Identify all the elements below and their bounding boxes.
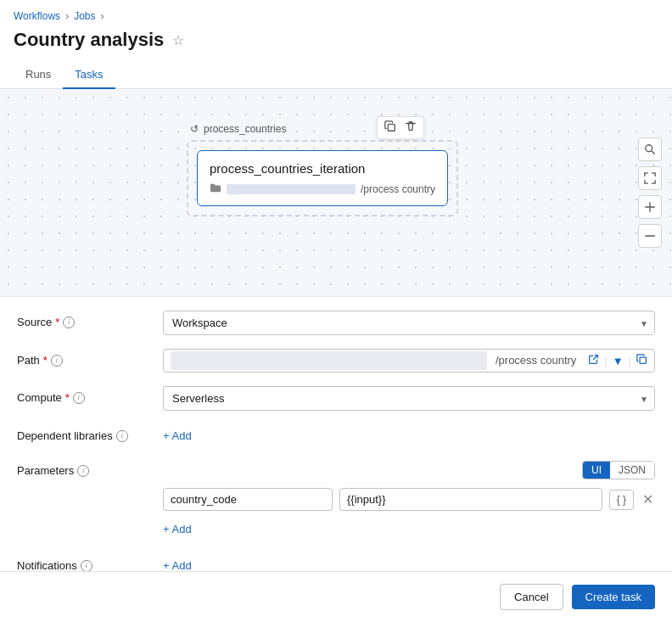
tab-runs[interactable]: Runs — [14, 61, 63, 89]
dep-libs-info-icon[interactable]: i — [116, 430, 128, 442]
path-open-button[interactable] — [585, 352, 602, 369]
zoom-in-button[interactable] — [638, 195, 662, 219]
add-library-button[interactable]: + Add — [163, 424, 192, 447]
compute-label: Compute* i — [17, 386, 153, 404]
task-path-value: /process country — [361, 183, 435, 195]
page-title: Country analysis — [14, 29, 164, 51]
breadcrumb-jobs[interactable]: Jobs — [74, 10, 95, 22]
source-select-wrapper: Workspace ▼ — [163, 311, 655, 335]
footer: Cancel Create task — [0, 571, 672, 622]
compute-row: Compute* i Serverless ▼ — [17, 386, 655, 411]
param-row: { } ✕ — [163, 488, 655, 511]
tab-bar: Runs Tasks — [0, 61, 672, 89]
path-sep: | — [604, 355, 607, 367]
svg-rect-6 — [640, 357, 646, 363]
delete-node-button[interactable] — [401, 119, 420, 137]
page-title-row: Country analysis ☆ — [0, 25, 672, 61]
path-control: /process country | ▼ | — [163, 349, 655, 373]
source-row: Source* i Workspace ▼ — [17, 311, 655, 335]
path-label: Path* i — [17, 349, 153, 367]
toggle-json-button[interactable]: JSON — [610, 462, 654, 479]
parameters-row: Parameters i UI JSON { } ✕ + Add — [17, 461, 655, 541]
toggle-ui-button[interactable]: UI — [583, 462, 610, 479]
node-actions — [377, 116, 424, 139]
notifications-label: Notifications i — [17, 554, 153, 572]
path-value: /process country — [490, 351, 581, 370]
params-toggle-group: UI JSON — [582, 461, 655, 479]
breadcrumb-workflows[interactable]: Workflows — [14, 10, 60, 22]
source-select[interactable]: Workspace — [163, 311, 655, 335]
canvas-controls — [638, 137, 662, 248]
parameters-control: UI JSON { } ✕ + Add — [163, 461, 655, 541]
folder-icon — [210, 182, 221, 195]
path-copy-button[interactable] — [633, 352, 651, 369]
breadcrumb-sep1: › — [65, 10, 69, 22]
svg-line-2 — [652, 151, 655, 154]
task-path-row: /process country — [210, 182, 435, 195]
task-inner: process_countries_iteration /process cou… — [197, 150, 448, 206]
search-canvas-button[interactable] — [638, 137, 662, 161]
param-value-input[interactable] — [339, 488, 602, 511]
path-sep2: | — [629, 355, 631, 367]
compute-control: Serverless ▼ — [163, 386, 655, 411]
params-header: UI JSON — [163, 461, 655, 479]
parameters-info-icon[interactable]: i — [77, 465, 89, 477]
compute-select-wrapper: Serverless ▼ — [163, 386, 655, 411]
parameters-label: Parameters i — [17, 461, 153, 477]
dependent-libraries-label: Dependent libraries i — [17, 424, 153, 442]
parent-task-label: process_countries — [204, 123, 286, 135]
task-node[interactable]: process_countries_iteration /process cou… — [187, 140, 458, 216]
compute-select[interactable]: Serverless — [163, 386, 655, 411]
favorite-icon[interactable]: ☆ — [172, 32, 184, 48]
path-row: Path* i /process country | ▼ — [17, 349, 655, 373]
breadcrumb-sep2: › — [100, 10, 104, 22]
path-obfuscated — [227, 184, 356, 194]
source-label: Source* i — [17, 311, 153, 328]
path-actions: | ▼ | — [585, 352, 651, 369]
dep-libs-control: + Add — [163, 424, 655, 447]
path-info-icon[interactable]: i — [51, 355, 63, 367]
zoom-out-button[interactable] — [638, 224, 662, 248]
path-input-left — [171, 351, 487, 370]
param-delete-button[interactable]: ✕ — [641, 490, 655, 509]
compute-info-icon[interactable]: i — [73, 392, 85, 404]
create-task-button[interactable]: Create task — [572, 585, 655, 609]
fit-canvas-button[interactable] — [638, 166, 662, 190]
source-info-icon[interactable]: i — [63, 317, 75, 328]
param-format-button[interactable]: { } — [609, 490, 634, 510]
add-parameter-button[interactable]: + Add — [163, 518, 192, 541]
copy-node-button[interactable] — [381, 119, 400, 137]
dependent-libraries-row: Dependent libraries i + Add — [17, 424, 655, 447]
svg-rect-0 — [388, 124, 395, 131]
source-control: Workspace ▼ — [163, 311, 655, 335]
form-area: Source* i Workspace ▼ Path* i /process c… — [0, 297, 672, 604]
path-input-row: /process country | ▼ | — [163, 349, 655, 373]
canvas-area: ↺ process_countries process_countries_it… — [0, 89, 672, 297]
breadcrumb: Workflows › Jobs › — [0, 0, 672, 25]
task-name-label: process_countries_iteration — [210, 161, 435, 176]
param-key-input[interactable] — [163, 488, 333, 511]
task-node-container: ↺ process_countries process_countries_it… — [187, 123, 458, 216]
path-dropdown-button[interactable]: ▼ — [609, 353, 627, 369]
tab-tasks[interactable]: Tasks — [63, 61, 115, 89]
cancel-button[interactable]: Cancel — [500, 584, 563, 610]
notifications-info-icon[interactable]: i — [81, 560, 92, 572]
